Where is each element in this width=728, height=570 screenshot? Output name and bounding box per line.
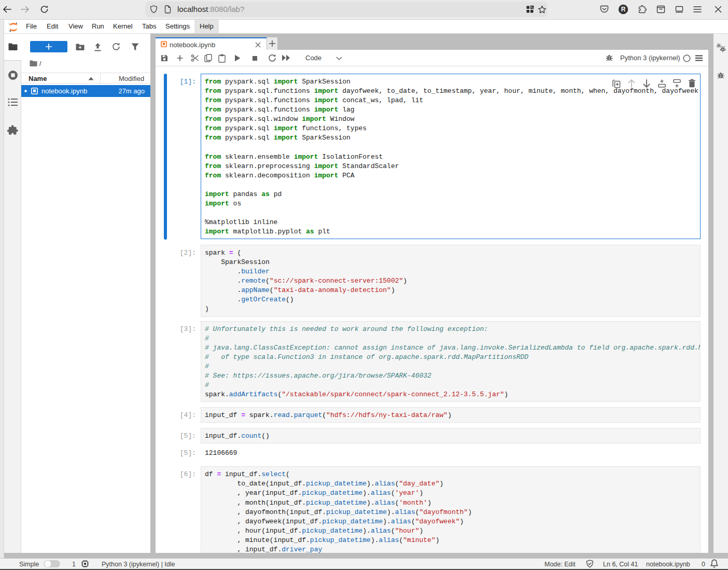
svg-text:R: R [621, 6, 626, 13]
